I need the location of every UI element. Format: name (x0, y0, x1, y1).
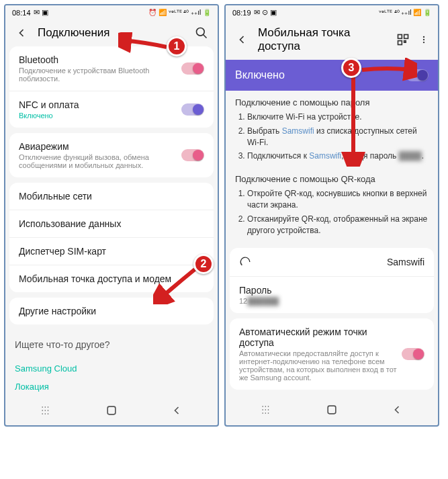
pwd-steps: Включите Wi-Fi на устройстве. Выбрать Sa… (235, 112, 429, 162)
back-icon[interactable] (15, 26, 28, 40)
airplane-title: Авиарежим (19, 141, 181, 152)
sim-manager-label: Диспетчер SIM-карт (19, 246, 106, 257)
svg-point-6 (423, 36, 424, 38)
auto-title: Автоматический режим точки доступа (239, 326, 402, 348)
list-item: Выбрать Samswifi из списка доступных сет… (247, 126, 429, 148)
header: Мобильная точка доступа (226, 19, 438, 60)
pwd-connect-title: Подключение с помощью пароля (235, 97, 429, 107)
hotspot-label: Мобильная точка доступа и модем (19, 273, 171, 284)
bluetooth-toggle[interactable] (181, 62, 204, 75)
section-wireless: Bluetooth Подключение к устройствам Blue… (9, 46, 214, 128)
status-time: 08:14 (12, 9, 31, 17)
list-item: Отсканируйте QR-код, отображенный на экр… (247, 214, 429, 236)
svg-rect-3 (404, 35, 408, 39)
section-auto-hotspot: Автоматический режим точки доступа Автом… (230, 318, 434, 390)
auto-sub: Автоматически предоставляйте доступ к ин… (239, 349, 402, 382)
nav-bar (5, 396, 218, 425)
hotspot-icon (239, 256, 251, 268)
airplane-toggle[interactable] (181, 149, 204, 161)
item-password[interactable]: Пароль 12██████ (230, 277, 434, 313)
footer-prompt: Ищете что-то другое? (5, 330, 218, 359)
list-item: Откройте QR-код, коснувшись кнопки в вер… (247, 188, 429, 211)
item-auto-hotspot[interactable]: Автоматический режим точки доступа Автом… (230, 318, 434, 390)
status-bar: 08:19 ✉ ⊙ ▣ ᵛᵒᴸᵀᴱ ⁴⁰ ₊₊ıl 📶 🔋 (226, 5, 438, 19)
status-icons-left: ✉ ▣ (34, 8, 48, 17)
other-label: Другие настройки (19, 306, 96, 316)
link-samsung-cloud[interactable]: Samsung Cloud (5, 359, 218, 378)
annotation-badge-2: 2 (193, 254, 214, 274)
header-title: Мобильная точка доступа (258, 26, 387, 53)
qr-icon[interactable] (396, 33, 410, 46)
bluetooth-sub: Подключение к устройствам Bluetooth побл… (19, 67, 181, 83)
network-link[interactable]: Samswifi (282, 126, 314, 136)
svg-rect-4 (398, 41, 402, 45)
nav-bar (226, 395, 438, 425)
status-bar: 08:14 ✉ ▣ ⏰ 📶 ᵛᵒᴸᵀᴱ ⁴⁰ ₊₊ıl 🔋 (5, 5, 218, 19)
nfc-sub: Включено (19, 112, 181, 120)
annotation-badge-3: 3 (341, 58, 361, 78)
nav-recent-icon[interactable] (260, 403, 273, 417)
nav-recent-icon[interactable] (40, 404, 53, 417)
annotation-arrow-3-down (341, 73, 368, 167)
password-label: Пароль (239, 285, 424, 296)
more-icon[interactable] (419, 33, 429, 46)
nav-back-icon[interactable] (390, 403, 404, 417)
phone-screen-connections: 08:14 ✉ ▣ ⏰ 📶 ᵛᵒᴸᵀᴱ ⁴⁰ ₊₊ıl 🔋 Подключени… (4, 4, 219, 427)
svg-rect-2 (398, 35, 402, 39)
password-value: 12██████ (239, 297, 424, 305)
item-sim-manager[interactable]: Диспетчер SIM-карт (9, 238, 214, 265)
item-nfc[interactable]: NFC и оплата Включено (9, 91, 214, 128)
back-icon[interactable] (235, 33, 249, 46)
auto-hotspot-toggle[interactable] (402, 348, 424, 360)
password-blur: ████ (399, 151, 422, 161)
item-airplane[interactable]: Авиарежим Отключение функций вызова, обм… (9, 133, 214, 177)
status-icons-left: ✉ ⊙ ▣ (254, 8, 277, 17)
item-data-usage[interactable]: Использование данных (9, 210, 214, 238)
network-link[interactable]: Samswifi (309, 151, 341, 161)
network-name-value: Samswifi (387, 257, 424, 267)
svg-point-8 (423, 42, 424, 43)
nav-home-icon[interactable] (105, 404, 118, 417)
list-item: Подключиться к Samswifi, введя пароль ██… (247, 150, 429, 162)
status-time: 08:19 (232, 9, 251, 17)
mobile-networks-label: Мобильные сети (19, 191, 92, 202)
svg-rect-9 (328, 406, 336, 415)
airplane-sub: Отключение функций вызова, обмена сообще… (19, 153, 181, 169)
qr-steps: Откройте QR-код, коснувшись кнопки в вер… (235, 188, 429, 236)
data-usage-label: Использование данных (19, 218, 121, 229)
phone-screen-hotspot: 08:19 ✉ ⊙ ▣ ᵛᵒᴸᵀᴱ ⁴⁰ ₊₊ıl 📶 🔋 Мобильная … (224, 4, 439, 427)
link-location[interactable]: Локация (5, 378, 218, 396)
nfc-title: NFC и оплата (19, 99, 181, 110)
svg-rect-5 (404, 41, 406, 43)
svg-point-0 (197, 28, 205, 36)
svg-point-7 (423, 39, 424, 40)
list-item: Включите Wi-Fi на устройстве. (247, 112, 429, 123)
item-network-name[interactable]: Samswifi (230, 248, 434, 277)
annotation-badge-1: 1 (167, 36, 187, 56)
enabled-label: Включено (235, 69, 285, 81)
qr-connect-section: Подключение с помощью QR-кода Откройте Q… (226, 174, 438, 248)
svg-rect-1 (107, 406, 116, 415)
status-icons-right: ᵛᵒᴸᵀᴱ ⁴⁰ ₊₊ıl 📶 🔋 (379, 9, 431, 16)
nav-home-icon[interactable] (325, 403, 339, 417)
annotation-arrow-2 (153, 264, 200, 304)
pwd-connect-section: Подключение с помощью пароля Включите Wi… (226, 97, 438, 174)
section-airplane: Авиарежим Отключение функций вызова, обм… (9, 133, 214, 177)
section-network-info: Samswifi Пароль 12██████ (230, 248, 434, 313)
nav-back-icon[interactable] (170, 404, 183, 417)
search-icon[interactable] (195, 26, 208, 40)
nfc-toggle[interactable] (181, 103, 204, 116)
status-icons-right: ⏰ 📶 ᵛᵒᴸᵀᴱ ⁴⁰ ₊₊ıl 🔋 (148, 9, 211, 16)
item-mobile-networks[interactable]: Мобильные сети (9, 183, 214, 210)
annotation-arrow-1 (118, 32, 172, 59)
qr-connect-title: Подключение с помощью QR-кода (235, 174, 429, 184)
